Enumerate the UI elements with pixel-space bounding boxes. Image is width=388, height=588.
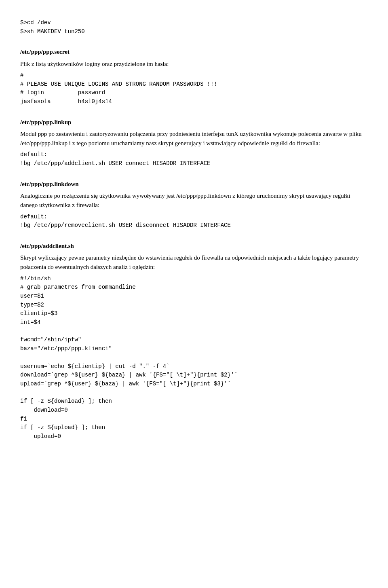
addclient-code: #!/bin/sh # grab parametres from command…: [20, 275, 368, 441]
ppp-linkdown-body: Analogicznie po rozłączeniu się użytkown…: [20, 191, 368, 210]
intro-code: $>cd /dev $>sh MAKEDEV tun250: [20, 19, 368, 36]
ppp-secret-code: # # PLEASE USE UNIQUE LOGINS AND STRONG …: [20, 71, 368, 106]
addclient-body: Skrypt wyliczający pewne parametry niezb…: [20, 253, 368, 272]
page-content: $>cd /dev $>sh MAKEDEV tun250 /etc/ppp/p…: [20, 19, 368, 441]
ppp-linkup-section: /etc/ppp/ppp.linkup Moduł ppp po zestawi…: [20, 118, 368, 168]
ppp-linkup-heading: /etc/ppp/ppp.linkup: [20, 118, 368, 127]
ppp-linkdown-heading: /etc/ppp/ppp.linkdown: [20, 180, 368, 189]
ppp-linkup-code: default: !bg /etc/ppp/addclient.sh USER …: [20, 150, 368, 168]
ppp-linkdown-code: default: !bg /etc/ppp/removeclient.sh US…: [20, 213, 368, 230]
ppp-linkup-body: Moduł ppp po zestawieniu i zautoryzowani…: [20, 129, 368, 148]
ppp-secret-section: /etc/ppp/ppp.secret Plik z listą użytkow…: [20, 47, 368, 106]
intro-section: $>cd /dev $>sh MAKEDEV tun250: [20, 19, 368, 36]
ppp-secret-heading: /etc/ppp/ppp.secret: [20, 47, 368, 57]
addclient-heading: /etc/ppp/addclient.sh: [20, 241, 368, 251]
ppp-linkdown-section: /etc/ppp/ppp.linkdown Analogicznie po ro…: [20, 180, 368, 230]
addclient-section: /etc/ppp/addclient.sh Skrypt wyliczający…: [20, 241, 368, 441]
ppp-secret-body: Plik z listą użytkowników loginy oraz pr…: [20, 59, 368, 69]
